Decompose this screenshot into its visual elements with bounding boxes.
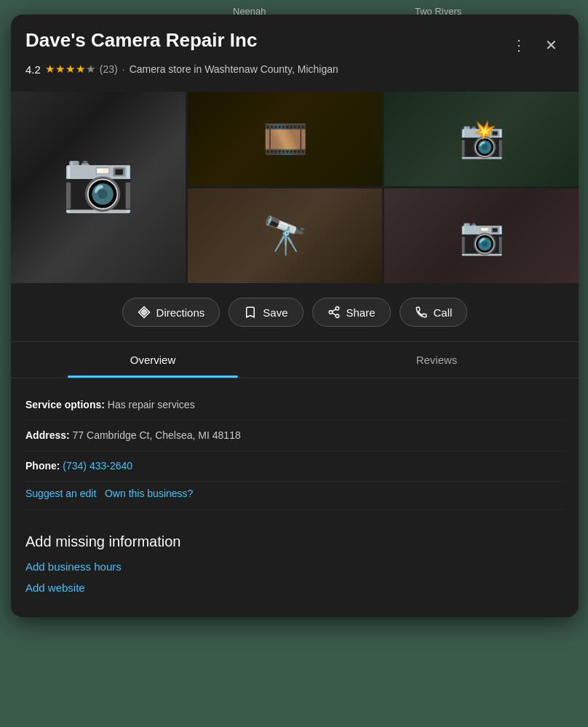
phone-row: Phone: (734) 433-2640 [25,451,564,482]
svg-line-4 [332,313,335,315]
tab-reviews[interactable]: Reviews [295,342,579,378]
info-section: Service options: Has repair services Add… [11,378,579,522]
business-type: Camera store in Washtenaw County, Michig… [130,63,338,75]
service-options-row: Service options: Has repair services [25,390,564,421]
panel-header: Dave's Camera Repair Inc ⋮ ✕ 4.2 ★ ★ ★ ★… [11,15,579,84]
svg-point-3 [335,314,339,318]
close-icon: ✕ [545,36,557,54]
directions-icon [138,306,151,319]
photos-grid [11,92,579,283]
share-label: Share [346,306,376,319]
star-4: ★ [76,63,85,76]
save-button[interactable]: Save [229,298,303,327]
own-business-link[interactable]: Own this business? [105,488,193,499]
business-panel: Dave's Camera Repair Inc ⋮ ✕ 4.2 ★ ★ ★ ★… [11,15,579,617]
rating-number: 4.2 [25,63,41,76]
star-2: ★ [55,63,65,76]
star-1: ★ [45,63,55,76]
photo-3[interactable] [384,92,579,186]
add-missing-section: Add missing information Add business hou… [11,522,579,617]
save-label: Save [263,306,287,319]
svg-line-5 [332,309,335,311]
call-button[interactable]: Call [400,298,468,327]
more-icon: ⋮ [512,36,526,54]
stars: ★ ★ ★ ★ ★ [45,63,95,76]
add-website-link[interactable]: Add website [25,581,564,594]
review-count: (23) [100,63,118,75]
tab-overview-label: Overview [130,354,176,366]
address-label: Address: [25,429,70,441]
phone-link[interactable]: (734) 433-2640 [63,460,132,472]
separator-dot: · [122,63,125,75]
suggest-row: Suggest an edit · Own this business? [25,482,564,510]
tab-reviews-label: Reviews [416,354,458,366]
photo-1[interactable] [11,92,186,283]
more-options-button[interactable]: ⋮ [506,32,532,58]
star-5: ★ [86,63,95,76]
call-icon [415,306,428,319]
directions-label: Directions [156,306,205,319]
add-missing-title: Add missing information [25,533,564,550]
tabs: Overview Reviews [11,342,579,378]
rating-row: 4.2 ★ ★ ★ ★ ★ (23) · Camera store in Was… [25,63,564,76]
svg-point-0 [143,311,145,314]
save-icon [244,306,257,319]
service-options-value: Has repair services [108,399,195,410]
suggest-separator: · [99,488,105,499]
svg-point-2 [329,311,333,314]
call-label: Call [434,306,453,319]
address-value: 77 Cambridge Ct, Chelsea, MI 48118 [73,429,241,441]
photo-2[interactable] [188,92,382,186]
tab-overview[interactable]: Overview [11,342,295,378]
directions-button[interactable]: Directions [122,298,220,327]
star-3: ★ [65,63,75,76]
share-icon [327,306,341,319]
close-button[interactable]: ✕ [538,32,564,58]
header-actions: ⋮ ✕ [506,29,564,58]
photo-4[interactable] [188,188,382,283]
business-name: Dave's Camera Repair Inc [25,29,506,52]
phone-label: Phone: [25,460,60,472]
add-business-hours-link[interactable]: Add business hours [25,560,564,573]
action-buttons: Directions Save Share [11,283,579,341]
service-options-label: Service options: [25,399,105,410]
photo-5[interactable] [384,188,579,283]
address-row: Address: 77 Cambridge Ct, Chelsea, MI 48… [25,421,564,451]
svg-point-1 [335,307,339,311]
suggest-edit-link[interactable]: Suggest an edit [25,488,96,499]
share-button[interactable]: Share [312,298,391,327]
